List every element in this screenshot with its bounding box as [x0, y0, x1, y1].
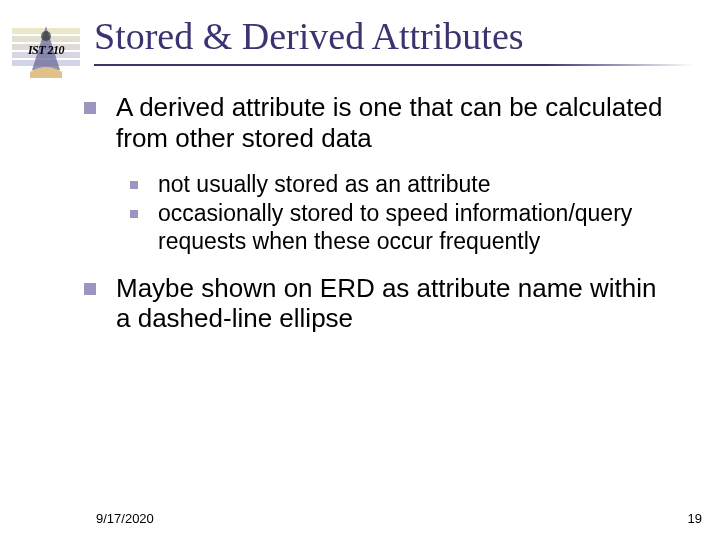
- bullet-square-icon: [84, 283, 96, 295]
- logo-label: IST 210: [28, 43, 64, 58]
- footer-page-number: 19: [688, 511, 702, 526]
- slide-title: Stored & Derived Attributes: [94, 16, 700, 58]
- footer-date: 9/17/2020: [96, 511, 154, 526]
- bullet-square-icon: [130, 210, 138, 218]
- bullet-level1: Maybe shown on ERD as attribute name wit…: [80, 273, 674, 334]
- title-underline: [94, 64, 694, 66]
- bullet-text: occasionally stored to speed information…: [158, 200, 632, 253]
- slide: IST 210 Stored & Derived Attributes A de…: [0, 0, 720, 540]
- bullet-square-icon: [130, 181, 138, 189]
- bullet-level2: occasionally stored to speed information…: [130, 200, 674, 254]
- body-area: A derived attribute is one that can be c…: [80, 92, 674, 352]
- title-area: Stored & Derived Attributes: [94, 16, 700, 66]
- bullet-level2: not usually stored as an attribute: [130, 171, 674, 198]
- bullet-text: A derived attribute is one that can be c…: [116, 92, 662, 153]
- bullet-square-icon: [84, 102, 96, 114]
- sub-bullet-group: not usually stored as an attribute occas…: [130, 171, 674, 254]
- course-logo: IST 210: [8, 22, 84, 78]
- bullet-level1: A derived attribute is one that can be c…: [80, 92, 674, 153]
- svg-point-6: [41, 31, 51, 41]
- bullet-text: Maybe shown on ERD as attribute name wit…: [116, 273, 657, 334]
- bullet-text: not usually stored as an attribute: [158, 171, 490, 197]
